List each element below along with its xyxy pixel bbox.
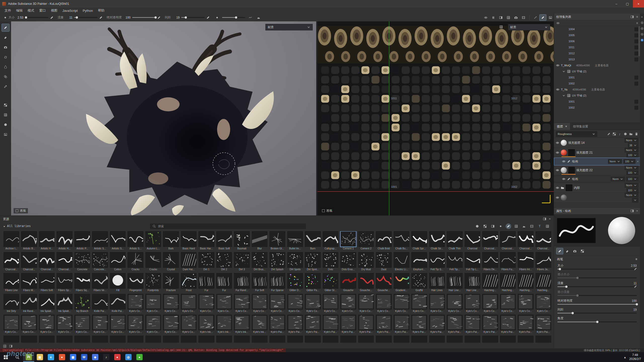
asset-item[interactable]	[92, 336, 108, 343]
asset-item[interactable]: Fur Rand...	[234, 273, 250, 292]
close-tab-icon[interactable]: ×	[565, 125, 567, 128]
asset-item[interactable]: Kyle's Co...	[74, 315, 90, 334]
asset-item[interactable]: Kyle's Pai...	[394, 315, 409, 334]
alignment-icon[interactable]	[255, 15, 262, 21]
asset-item[interactable]: Frost	[181, 273, 196, 292]
asset-item[interactable]: Artistic S...	[92, 231, 108, 251]
quick-mask-tool[interactable]	[2, 101, 9, 109]
brush-preset-icon[interactable]	[2, 15, 9, 21]
shelf-view-options-icon[interactable]	[545, 223, 550, 229]
asset-item[interactable]	[394, 336, 409, 343]
asset-item[interactable]: Chalk Bu...	[394, 231, 409, 251]
quick-mask-icon[interactable]	[532, 15, 539, 21]
asset-item[interactable]: Hair Line...	[465, 273, 480, 292]
asset-item[interactable]: Charcoal...	[21, 252, 37, 272]
asset-item[interactable]: Glitter Pa...	[305, 273, 320, 292]
channel-select[interactable]: Roughness	[556, 131, 597, 137]
asset-item[interactable]: Fibers Line	[4, 273, 19, 292]
asset-item[interactable]: Dirt Brus...	[252, 252, 267, 272]
asset-item[interactable]: Kyle's Co...	[252, 294, 267, 313]
asset-item[interactable]: Kyle's Co...	[181, 315, 196, 334]
hardness-icon[interactable]	[214, 15, 220, 21]
asset-item[interactable]: Gradient...	[394, 273, 409, 292]
asset-item[interactable]: Kyle's Co...	[287, 294, 303, 313]
opacity-select[interactable]: 100	[626, 188, 638, 193]
asset-item[interactable]: Fibers Int...	[518, 252, 533, 272]
asset-item[interactable]: Artistic P...	[74, 231, 90, 251]
asset-item[interactable]: Kyle's Co...	[145, 315, 161, 334]
toolbar-slider[interactable]	[74, 17, 97, 18]
asset-item[interactable]: Felt Tip...	[447, 252, 462, 272]
maximize-button[interactable]: ▢	[622, 0, 633, 8]
asset-item[interactable]	[287, 336, 303, 343]
blend-mode-select[interactable]: Norm	[625, 183, 638, 188]
asset-item[interactable]	[145, 336, 161, 343]
asset-item[interactable]: Charcoal...	[39, 252, 55, 272]
asset-item[interactable]: Charcoal...	[57, 252, 72, 272]
asset-item[interactable]: Hatching...	[518, 273, 533, 292]
asset-item[interactable]: Kyle's Pai...	[340, 315, 356, 334]
asset-item[interactable]	[482, 336, 498, 343]
projection-tab-icon[interactable]	[572, 248, 578, 254]
viewport-2d[interactable]: 1011 1012 1001 1002 材质 透视	[317, 21, 554, 215]
asset-item[interactable]: Kyle's Pai...	[482, 315, 498, 334]
asset-item[interactable]: Kyle's Co...	[465, 294, 480, 313]
asset-item[interactable]: Fibers M...	[21, 273, 37, 292]
asset-item[interactable]: Ink Dirty	[4, 294, 19, 313]
close-icon[interactable]: ×	[636, 209, 638, 213]
toolbar-slider[interactable]	[181, 17, 205, 18]
shelf-list-view-icon[interactable]	[9, 344, 13, 348]
asset-item[interactable]: Fracture	[163, 273, 179, 292]
menu-help[interactable]: 帮助	[95, 8, 107, 13]
video-capture-icon[interactable]	[520, 15, 527, 21]
uv-grid-toggle-icon[interactable]	[498, 24, 504, 30]
asset-item[interactable]: Kyle's Co...	[4, 315, 19, 334]
asset-item[interactable]: Kyle's Pai...	[358, 315, 374, 334]
asset-item[interactable]: Fibers Sq...	[74, 273, 90, 292]
asset-item[interactable]: Kyle's Co...	[305, 294, 320, 313]
tab-texture-set-settings[interactable]: 纹理集设置	[570, 123, 591, 130]
filter-environments-icon[interactable]	[529, 223, 535, 229]
asset-item[interactable]: Fibers Soft	[39, 273, 55, 292]
asset-item[interactable]: Charcoal...	[482, 231, 498, 251]
asset-item[interactable]: Charcoal...	[518, 231, 533, 251]
asset-item[interactable]: Gouache...	[358, 273, 374, 292]
asset-item[interactable]: Charcoal...	[4, 252, 19, 272]
asset-item[interactable]: Concrete...	[92, 252, 108, 272]
asset-item[interactable]: Calligrap...	[323, 231, 338, 251]
menu-python[interactable]: Python	[80, 8, 95, 13]
visibility-toggle-icon[interactable]	[556, 151, 559, 154]
taskbar-app-store[interactable]: ▦	[67, 352, 78, 362]
param-slider[interactable]	[557, 286, 637, 287]
uv-tile-row[interactable]: 1004	[554, 26, 640, 32]
close-button[interactable]: ×	[633, 0, 644, 8]
param-slider[interactable]	[557, 278, 637, 278]
layer-row[interactable]: 内部Norm 100	[554, 183, 640, 193]
asset-item[interactable]: Bullet Im...	[287, 231, 303, 251]
library-select[interactable]: ▸ All libraries	[4, 224, 64, 228]
uv-tile-row[interactable]: 1002	[554, 105, 640, 111]
asset-item[interactable]: Kyle's Co...	[376, 294, 391, 313]
asset-item[interactable]: Kyle's Co...	[536, 294, 551, 313]
visibility-toggle-icon[interactable]	[562, 177, 566, 181]
asset-item[interactable]: Bark	[163, 231, 179, 251]
asset-item[interactable]: Glitter St...	[323, 273, 338, 292]
add-fill-layer-icon[interactable]	[624, 132, 627, 136]
asset-item[interactable]: Hatching...	[500, 273, 516, 292]
filter-smart-masks-icon[interactable]	[490, 223, 496, 229]
display-mode-select[interactable]: 材质	[265, 24, 313, 30]
menu-file[interactable]: 文件	[2, 8, 14, 13]
asset-item[interactable]: Kyle's Pai...	[305, 315, 320, 334]
eraser-tab-icon[interactable]	[564, 248, 571, 254]
asset-item[interactable]: Autumn L...	[145, 231, 161, 251]
asset-item[interactable]	[536, 336, 551, 343]
asset-item[interactable]: Kyle's Co...	[163, 294, 179, 313]
asset-item[interactable]: Kyle's Pai...	[500, 315, 516, 334]
asset-item[interactable]: Dirt 2	[216, 252, 232, 272]
asset-item[interactable]: Cotton	[110, 252, 126, 272]
uv-tile-row[interactable]: 1002	[554, 80, 640, 86]
taskbar-clock[interactable]: 7:48 2026/2/7	[629, 353, 641, 361]
asset-item[interactable]: Dirt Splash	[269, 252, 285, 272]
asset-item[interactable]: Knife Pai...	[92, 294, 108, 313]
asset-item[interactable]	[323, 336, 338, 343]
